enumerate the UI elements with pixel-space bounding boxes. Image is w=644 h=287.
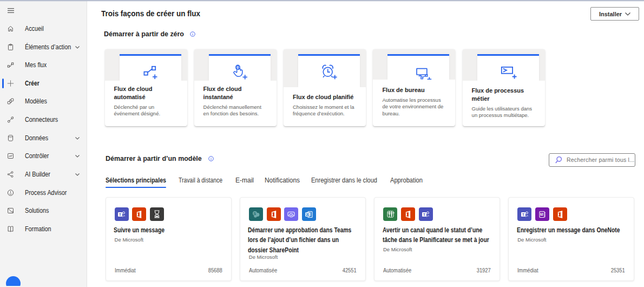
svg-text:T: T xyxy=(119,212,122,216)
svg-text:S: S xyxy=(253,211,256,215)
svg-text:N: N xyxy=(541,213,543,216)
svg-text:O: O xyxy=(306,212,309,216)
svg-text:T: T xyxy=(522,212,525,216)
svg-text:T: T xyxy=(423,212,426,216)
